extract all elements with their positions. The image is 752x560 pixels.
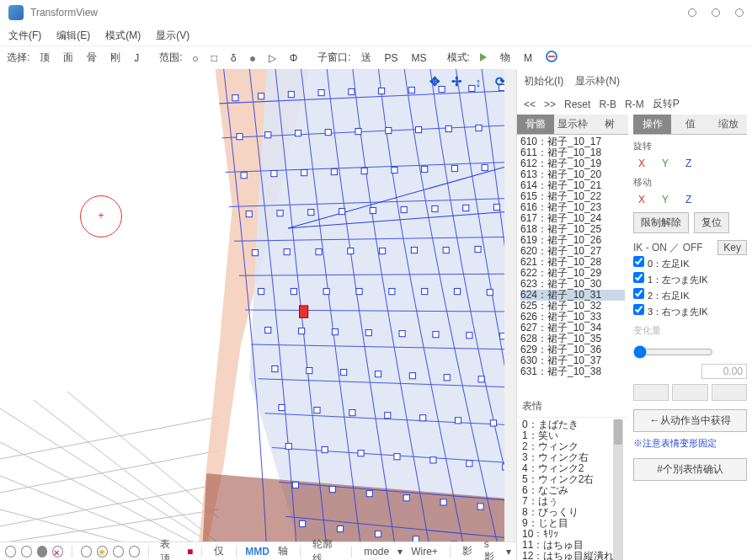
ik-item[interactable]: 0：左足IK	[633, 255, 747, 271]
limit-off-button[interactable]: 限制解除	[633, 212, 689, 233]
sel-joint[interactable]: J	[129, 50, 144, 67]
gizmo-zoom-icon[interactable]: ↕	[469, 72, 488, 91]
bb-axis[interactable]: 轴	[275, 544, 291, 558]
bb-cross-icon[interactable]	[52, 546, 63, 557]
range-dot2[interactable]	[245, 50, 260, 67]
ik-item[interactable]: 3：右つま先IK	[633, 303, 747, 319]
mode-sphere[interactable]	[541, 48, 563, 67]
sel-face[interactable]: 面	[58, 48, 78, 67]
sel-bone[interactable]: 骨	[82, 48, 102, 67]
range-dot1[interactable]	[188, 50, 203, 67]
bb-star-icon[interactable]	[97, 546, 108, 557]
ik-checkbox[interactable]	[633, 288, 644, 299]
bone-item[interactable]: 631：裙子_10_38	[520, 366, 625, 377]
menu-edit[interactable]: 编辑(E)	[56, 29, 90, 43]
bb-ring3-icon[interactable]	[129, 546, 140, 557]
preset-button-1[interactable]	[633, 384, 669, 401]
bb-red-square-icon[interactable]: ■	[187, 546, 193, 557]
maximize-button[interactable]	[712, 8, 720, 17]
app-icon	[8, 5, 24, 20]
ik-checkbox[interactable]	[633, 272, 644, 283]
sel-vertex[interactable]: 顶	[35, 48, 55, 67]
mode-obj[interactable]: 物	[495, 48, 515, 67]
tab-value[interactable]: 值	[671, 115, 709, 135]
tab-scale[interactable]: 缩放	[709, 115, 747, 135]
bb-wire[interactable]: Wire+	[408, 546, 441, 557]
subwin-send[interactable]: 送	[356, 48, 376, 67]
mode-m[interactable]: M	[519, 50, 537, 67]
svg-rect-49	[463, 205, 469, 211]
gizmo-move-xyz-icon[interactable]: ✢	[447, 72, 466, 91]
rotate-x-button[interactable]: X	[638, 157, 645, 169]
change-value[interactable]: 0.00	[701, 364, 747, 379]
gizmo-move-xy-icon[interactable]: ✥	[425, 72, 444, 91]
reset-button[interactable]: 复位	[694, 212, 729, 233]
bb-only[interactable]: 仅	[211, 544, 227, 558]
rotate-z-button[interactable]: Z	[685, 157, 691, 169]
move-z-button[interactable]: Z	[685, 194, 691, 205]
svg-rect-88	[455, 418, 461, 424]
prev-button[interactable]: <<	[524, 99, 536, 110]
get-from-motion-button[interactable]: ←从动作当中获得	[633, 409, 747, 432]
subwin-ms[interactable]: MS	[407, 50, 432, 67]
bb-mmd[interactable]: MMD	[245, 546, 269, 557]
bb-outline[interactable]: 轮廓线	[309, 537, 344, 561]
viewport-3d[interactable]: ✥ ✢ ↕ ⟳ 表顶 ■ 仅 MMD 轴 轮廓线	[0, 69, 516, 560]
close-button[interactable]	[735, 8, 744, 17]
ik-item[interactable]: 1：左つま先IK	[633, 271, 747, 287]
minimize-button[interactable]	[688, 8, 696, 17]
rb-link[interactable]: R-B	[599, 99, 616, 110]
menu-display[interactable]: 显示(V)	[156, 29, 189, 43]
range-phi[interactable]: Φ	[285, 50, 303, 67]
ik-checkbox[interactable]	[633, 256, 644, 267]
confirm-individual-button[interactable]: #个別表情确认	[633, 458, 747, 481]
range-delta[interactable]: δ	[226, 50, 242, 67]
displayframe-button[interactable]: 显示枠(N)	[575, 74, 620, 88]
tab-tree[interactable]: 树	[591, 115, 628, 135]
bb-mode[interactable]: mode	[360, 546, 392, 557]
mode-play[interactable]	[475, 50, 492, 67]
bb-target-icon[interactable]	[5, 546, 16, 557]
bb-shadow[interactable]: 影	[459, 544, 476, 558]
move-x-button[interactable]: X	[638, 194, 645, 205]
viewport-scrollbar-v[interactable]	[504, 69, 516, 541]
menu-file[interactable]: 文件(F)	[8, 29, 41, 43]
key-button[interactable]: Key	[717, 240, 747, 255]
subwin-ps[interactable]: PS	[380, 50, 403, 67]
rm-link[interactable]: R-M	[625, 99, 644, 110]
bb-sshadow-down-icon[interactable]: ▾	[506, 546, 511, 557]
expression-item[interactable]: 12：はちゅ目縦潰れ	[522, 551, 623, 560]
move-y-button[interactable]: Y	[662, 194, 669, 205]
ik-item[interactable]: 2：右足IK	[633, 287, 747, 303]
preset-button-2[interactable]	[672, 384, 707, 401]
range-sq[interactable]: □	[206, 50, 222, 67]
bb-ring-icon[interactable]	[81, 546, 92, 557]
ik-checkbox[interactable]	[633, 304, 644, 315]
expression-scrollbar[interactable]	[613, 419, 623, 560]
bb-sshadow[interactable]: s影	[481, 538, 501, 560]
tab-displayframe[interactable]: 显示枠	[554, 115, 591, 135]
bb-dot-icon[interactable]	[37, 546, 48, 557]
bone-list[interactable]: 610：裙子_10_17611：裙子_10_18612：裙子_10_19613：…	[517, 135, 628, 396]
svg-rect-24	[265, 132, 271, 138]
svg-rect-82	[478, 376, 484, 382]
init-button[interactable]: 初始化(I)	[524, 74, 563, 88]
expression-list[interactable]: 0：まばたき1：笑い2：ウィンク3：ウィンク右4：ウィンク25：ウィンク2右6：…	[517, 417, 628, 560]
next-button[interactable]: >>	[544, 99, 556, 110]
bb-topvert[interactable]: 表顶	[157, 537, 182, 561]
preset-button-3[interactable]	[712, 384, 747, 401]
bb-mode-down-icon[interactable]: ▾	[397, 546, 403, 557]
bb-ring2-icon[interactable]	[113, 546, 124, 557]
svg-rect-37	[361, 168, 367, 173]
reset-link[interactable]: Reset	[564, 99, 590, 110]
flipp-link[interactable]: 反转P	[653, 97, 680, 111]
menu-mode[interactable]: 模式(M)	[105, 29, 141, 43]
change-slider[interactable]	[633, 345, 713, 359]
range-tri[interactable]: ▷	[264, 50, 281, 67]
rotate-y-button[interactable]: Y	[662, 157, 669, 169]
bb-circle-icon[interactable]	[21, 546, 32, 557]
tab-bones[interactable]: 骨骼	[517, 115, 554, 135]
tab-operate[interactable]: 操作	[633, 115, 671, 135]
sel-rigid[interactable]: 刚	[105, 48, 125, 67]
ik-checklist: 0：左足IK1：左つま先IK2：右足IK3：右つま先IK	[633, 255, 747, 319]
